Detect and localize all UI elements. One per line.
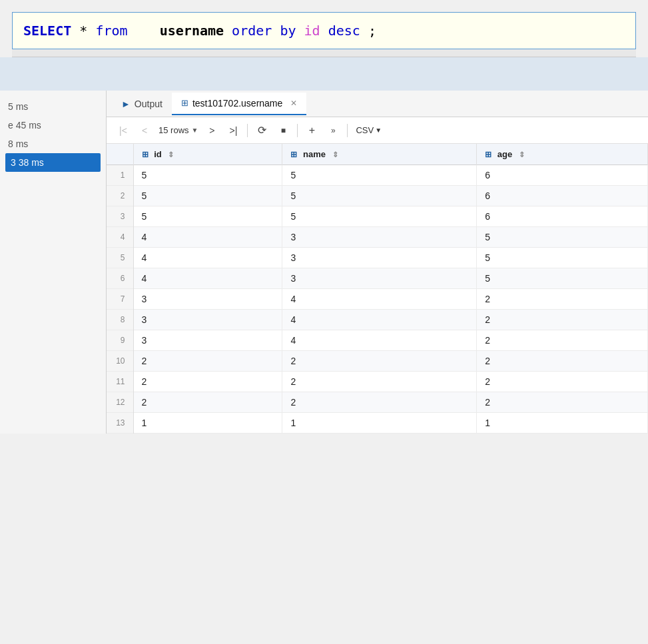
table-row[interactable]: 1556 bbox=[107, 165, 648, 186]
cell-name[interactable]: 4 bbox=[282, 289, 477, 310]
col-header-age[interactable]: ⊞ age ⇕ bbox=[477, 144, 648, 165]
csv-export-button[interactable]: CSV ▼ bbox=[352, 123, 386, 138]
stop-icon: ■ bbox=[281, 126, 286, 135]
sql-editor[interactable]: SELECT * from username order by id desc … bbox=[12, 12, 636, 49]
cell-name[interactable]: 3 bbox=[282, 268, 477, 289]
timing-row-4[interactable]: 3 38 ms bbox=[5, 153, 101, 172]
cell-id[interactable]: 3 bbox=[133, 310, 282, 330]
cell-name[interactable]: 3 bbox=[282, 248, 477, 268]
table-row[interactable]: 2556 bbox=[107, 186, 648, 206]
cell-age[interactable]: 2 bbox=[477, 330, 648, 351]
table-row[interactable]: 5435 bbox=[107, 248, 648, 268]
table-row[interactable]: 9342 bbox=[107, 330, 648, 351]
timing-sidebar: 5 ms e 45 ms 8 ms 3 38 ms bbox=[0, 91, 107, 434]
data-table: ⊞ id ⇕ ⊞ name ⇕ ⊞ age ⇕ bbox=[107, 144, 648, 434]
last-page-icon: >| bbox=[230, 125, 238, 136]
cell-age[interactable]: 6 bbox=[477, 165, 648, 186]
table-row[interactable]: 4435 bbox=[107, 227, 648, 248]
cell-name[interactable]: 5 bbox=[282, 165, 477, 186]
row-number: 1 bbox=[107, 165, 133, 186]
rows-chevron-icon: ▼ bbox=[192, 127, 198, 134]
refresh-button[interactable]: ⟳ bbox=[252, 121, 272, 140]
stop-button[interactable]: ■ bbox=[273, 121, 293, 140]
sql-id-field: id bbox=[304, 23, 320, 39]
cell-age[interactable]: 2 bbox=[477, 372, 648, 392]
cell-age[interactable]: 2 bbox=[477, 392, 648, 413]
table-row[interactable]: 13111 bbox=[107, 413, 648, 434]
cell-age[interactable]: 5 bbox=[477, 227, 648, 248]
col-header-id[interactable]: ⊞ id ⇕ bbox=[133, 144, 282, 165]
prev-page-icon: < bbox=[142, 125, 147, 136]
toolbar-divider-3 bbox=[347, 124, 348, 137]
table-tab-label: test101702.username bbox=[192, 98, 282, 109]
cell-name[interactable]: 2 bbox=[282, 351, 477, 372]
row-number: 9 bbox=[107, 330, 133, 351]
cell-id[interactable]: 5 bbox=[133, 186, 282, 206]
cell-id[interactable]: 2 bbox=[133, 351, 282, 372]
sql-select-keyword: SELECT bbox=[23, 23, 71, 39]
tab-table[interactable]: ⊞ test101702.username ✕ bbox=[172, 93, 306, 115]
first-page-button[interactable]: |< bbox=[113, 121, 133, 140]
cell-id[interactable]: 5 bbox=[133, 165, 282, 186]
cell-id[interactable]: 4 bbox=[133, 227, 282, 248]
table-row[interactable]: 10222 bbox=[107, 351, 648, 372]
sql-from-keyword: from bbox=[95, 23, 127, 39]
next-page-button[interactable]: > bbox=[202, 121, 222, 140]
next-page-icon: > bbox=[209, 125, 214, 136]
cell-id[interactable]: 2 bbox=[133, 392, 282, 413]
cell-id[interactable]: 1 bbox=[133, 413, 282, 434]
cell-name[interactable]: 1 bbox=[282, 413, 477, 434]
panel-gap bbox=[0, 57, 648, 91]
cell-id[interactable]: 3 bbox=[133, 289, 282, 310]
cell-name[interactable]: 4 bbox=[282, 330, 477, 351]
col-name-sort-icon: ⇕ bbox=[332, 151, 338, 159]
cell-id[interactable]: 4 bbox=[133, 248, 282, 268]
cell-age[interactable]: 2 bbox=[477, 351, 648, 372]
row-number: 8 bbox=[107, 310, 133, 330]
prev-page-button[interactable]: < bbox=[135, 121, 155, 140]
cell-id[interactable]: 5 bbox=[133, 206, 282, 227]
row-number: 7 bbox=[107, 289, 133, 310]
cell-name[interactable]: 2 bbox=[282, 372, 477, 392]
cell-name[interactable]: 4 bbox=[282, 310, 477, 330]
row-number: 13 bbox=[107, 413, 133, 434]
last-page-button[interactable]: >| bbox=[223, 121, 243, 140]
add-row-button[interactable]: + bbox=[302, 121, 322, 140]
more-actions-button[interactable]: » bbox=[323, 121, 343, 140]
table-row[interactable]: 12222 bbox=[107, 392, 648, 413]
output-tab-label: Output bbox=[135, 99, 162, 109]
table-tab-icon: ⊞ bbox=[181, 98, 188, 108]
table-row[interactable]: 8342 bbox=[107, 310, 648, 330]
timing-label-4: 38 ms bbox=[19, 157, 44, 168]
cell-age[interactable]: 6 bbox=[477, 206, 648, 227]
sql-by-keyword: by bbox=[280, 23, 296, 39]
rows-count[interactable]: 15 rows ▼ bbox=[156, 125, 200, 135]
cell-age[interactable]: 5 bbox=[477, 268, 648, 289]
table-row[interactable]: 11222 bbox=[107, 372, 648, 392]
cell-age[interactable]: 5 bbox=[477, 248, 648, 268]
cell-id[interactable]: 3 bbox=[133, 330, 282, 351]
table-row[interactable]: 6435 bbox=[107, 268, 648, 289]
cell-name[interactable]: 3 bbox=[282, 227, 477, 248]
cell-age[interactable]: 6 bbox=[477, 186, 648, 206]
cell-age[interactable]: 1 bbox=[477, 413, 648, 434]
cell-name[interactable]: 5 bbox=[282, 186, 477, 206]
csv-label: CSV bbox=[356, 125, 374, 135]
cell-id[interactable]: 2 bbox=[133, 372, 282, 392]
cell-age[interactable]: 2 bbox=[477, 310, 648, 330]
timing-prefix-2: e bbox=[8, 120, 16, 131]
timing-row-1: 5 ms bbox=[5, 97, 101, 116]
table-row[interactable]: 7342 bbox=[107, 289, 648, 310]
table-tab-close[interactable]: ✕ bbox=[290, 99, 297, 108]
cell-id[interactable]: 4 bbox=[133, 268, 282, 289]
table-row[interactable]: 3556 bbox=[107, 206, 648, 227]
cell-name[interactable]: 2 bbox=[282, 392, 477, 413]
col-header-name[interactable]: ⊞ name ⇕ bbox=[282, 144, 477, 165]
row-number: 12 bbox=[107, 392, 133, 413]
tab-output[interactable]: ► Output bbox=[112, 93, 172, 115]
cell-name[interactable]: 5 bbox=[282, 206, 477, 227]
col-age-icon: ⊞ bbox=[485, 150, 491, 159]
sql-space bbox=[136, 23, 160, 39]
cell-age[interactable]: 2 bbox=[477, 289, 648, 310]
sql-star: * bbox=[79, 23, 95, 39]
